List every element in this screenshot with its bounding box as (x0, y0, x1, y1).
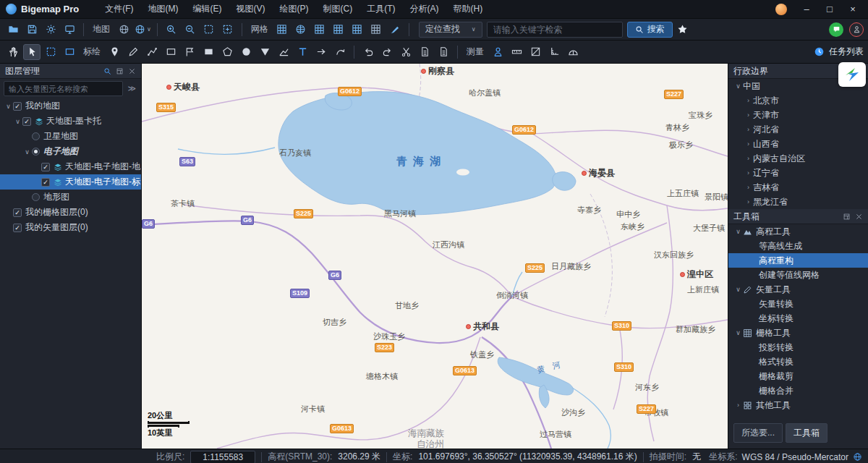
zoom-in-button[interactable] (163, 22, 180, 38)
layer-tree-item[interactable]: 地形图 (0, 190, 141, 205)
close-panel-icon[interactable] (855, 213, 863, 221)
marquee-select-button[interactable] (200, 22, 218, 38)
menu-draw[interactable]: 绘图(P) (273, 0, 316, 18)
expander-icon[interactable]: › (744, 184, 753, 191)
save-button[interactable] (23, 22, 41, 38)
expander-icon[interactable]: ∨ (4, 103, 13, 110)
qq-support-icon[interactable] (849, 22, 864, 37)
toolbox-item[interactable]: 投影转换 (728, 340, 868, 354)
close-panel-icon[interactable] (128, 67, 136, 75)
expander-icon[interactable]: › (744, 140, 753, 148)
draw-curve-button[interactable] (331, 44, 349, 60)
checkbox[interactable]: ✓ (41, 163, 50, 171)
layer-tree-item[interactable]: 卫星地图 (0, 129, 141, 144)
toolbox-item[interactable]: 栅格合并 (728, 383, 868, 398)
maximize-button[interactable]: □ (819, 1, 841, 17)
draw-rectangle-button[interactable] (162, 44, 179, 60)
tab-toolbox[interactable]: 工具箱 (786, 423, 827, 443)
zoom-out-button[interactable] (182, 22, 199, 38)
admin-tree-item[interactable]: ›北京市 (728, 93, 868, 108)
layer-search-icon[interactable] (103, 67, 111, 75)
menu-map[interactable]: 地图(M) (141, 0, 186, 18)
admin-tree-item[interactable]: ›内蒙古自治区 (728, 151, 868, 166)
clear-brush-button[interactable] (386, 22, 404, 38)
layer-tree-item[interactable]: ∨电子地图 (0, 144, 141, 159)
draw-slope-button[interactable] (275, 44, 292, 60)
clear-selection-button[interactable] (61, 44, 78, 60)
grid-dark-button[interactable] (367, 22, 385, 38)
task-list-button[interactable]: 任务列表 (814, 46, 864, 58)
locate-dropdown[interactable]: 定位查找 ∨ (419, 22, 482, 38)
checkbox[interactable]: ✓ (13, 224, 22, 232)
draw-flag-button[interactable] (181, 44, 198, 60)
grid-utm-button[interactable] (330, 22, 347, 38)
layer-tree-item[interactable]: ✓天地图-电子地图-地... (0, 159, 141, 174)
favorite-star-button[interactable] (674, 22, 692, 38)
draw-pentagon-button[interactable] (218, 44, 236, 60)
toolbox-item[interactable]: 栅格裁剪 (728, 369, 868, 383)
basemap-light-button[interactable]: ∨ (134, 22, 152, 38)
toolbox-item[interactable]: 高程重构 (728, 253, 868, 268)
measure-distance-button[interactable] (508, 44, 525, 60)
settings-gear-button[interactable] (42, 22, 59, 38)
pan-hand-button[interactable] (4, 44, 22, 60)
toolbox-item[interactable]: 格式转换 (728, 354, 868, 369)
menu-view[interactable]: 视图(V) (229, 0, 273, 18)
radio-button[interactable] (32, 132, 40, 140)
menu-help[interactable]: 帮助(H) (446, 0, 490, 18)
expander-icon[interactable]: ∨ (22, 148, 32, 156)
collapse-search-icon[interactable]: ≫ (126, 84, 137, 93)
float-panel-icon[interactable] (843, 213, 851, 221)
tab-selected-features[interactable]: 所选要... (733, 423, 783, 443)
measure-protractor-button[interactable] (564, 44, 582, 60)
display-frame-button[interactable] (61, 22, 78, 38)
toolbox-item[interactable]: 等高线生成 (728, 239, 868, 253)
expander-icon[interactable]: ∨ (13, 118, 22, 125)
draw-square-button[interactable] (200, 44, 217, 60)
checkbox[interactable]: ✓ (22, 117, 31, 126)
radio-button[interactable] (32, 193, 40, 201)
cut-scissors-button[interactable] (397, 44, 414, 60)
draw-arrow-button[interactable] (312, 44, 330, 60)
layer-search-input[interactable] (4, 81, 123, 96)
expander-icon[interactable]: ∨ (733, 228, 743, 235)
redo-button[interactable] (378, 44, 396, 60)
scale-value[interactable]: 1:1155583 (190, 451, 255, 463)
draw-circle-button[interactable] (237, 44, 255, 60)
toolbox-item[interactable]: ∨栅格工具 (728, 326, 868, 340)
measure-area-button[interactable] (527, 44, 544, 60)
menu-layout[interactable]: 制图(C) (316, 0, 360, 18)
layer-tree-item[interactable]: ✓我的栅格图层(0) (0, 205, 141, 220)
expander-icon[interactable]: ∨ (733, 329, 743, 336)
select-cursor-button[interactable] (23, 44, 41, 60)
basemap-dark-button[interactable] (115, 22, 132, 38)
expander-icon[interactable]: › (744, 97, 753, 104)
grid-mgrs-button[interactable] (311, 22, 328, 38)
layer-tree-item[interactable]: ✓我的矢量图层(0) (0, 220, 141, 235)
expander-icon[interactable]: › (733, 402, 743, 409)
grid-standard-button[interactable] (273, 22, 291, 38)
admin-tree-item[interactable]: ›黑龙江省 (728, 195, 868, 209)
admin-tree-item[interactable]: ›山西省 (728, 137, 868, 151)
measure-person-button[interactable] (489, 44, 506, 60)
toolbox-item[interactable]: 创建等值线网格 (728, 268, 868, 282)
draw-polyline-button[interactable] (143, 44, 161, 60)
menu-edit[interactable]: 编辑(E) (186, 0, 229, 18)
undo-button[interactable] (359, 44, 377, 60)
layer-tree-item[interactable]: ∨✓我的地图 (0, 98, 141, 114)
paste-document-button[interactable] (435, 44, 452, 60)
map-canvas[interactable]: 天峻县刚察县哈尔盖镇青林乡宝珠乡极乐乡石乃亥镇青海湖海晏县上五庄镇景阳镇茶卡镇黑… (142, 64, 728, 449)
grid-km-button[interactable] (349, 22, 366, 38)
layer-tree-item[interactable]: ✓天地图-电子地图-标... (0, 174, 141, 190)
expander-icon[interactable]: ∨ (733, 286, 743, 293)
float-panel-icon[interactable] (116, 67, 124, 75)
admin-tree-item[interactable]: ›吉林省 (728, 180, 868, 195)
user-avatar[interactable] (775, 4, 787, 15)
menu-file[interactable]: 文件(F) (98, 0, 140, 18)
toolbox-item[interactable]: 矢量转换 (728, 297, 868, 311)
checkbox[interactable]: ✓ (13, 208, 22, 217)
box-select-button[interactable] (42, 44, 59, 60)
layer-tree-item[interactable]: ∨✓天地图-墨卡托 (0, 114, 141, 129)
search-button[interactable]: 搜索 (627, 22, 673, 38)
admin-tree-item[interactable]: ›河北省 (728, 122, 868, 137)
